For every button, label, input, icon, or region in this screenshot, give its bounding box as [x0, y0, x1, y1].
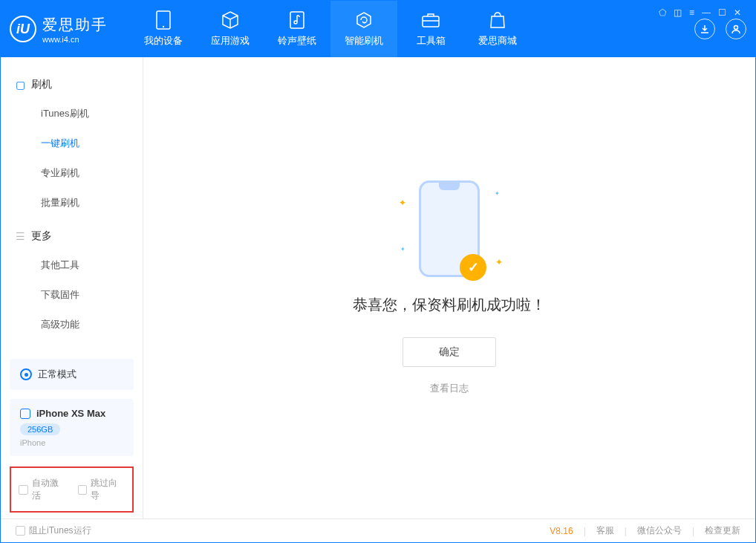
checkbox-label: 自动激活 [32, 477, 66, 502]
mode-box[interactable]: 正常模式 [10, 359, 134, 390]
lock-icon[interactable]: ◫ [674, 7, 682, 18]
cube-icon [221, 10, 240, 30]
bag-icon [488, 10, 507, 30]
checkbox-icon [78, 485, 88, 495]
toolbox-icon [421, 10, 440, 30]
sidebar-header-label: 刷机 [31, 78, 52, 91]
sidebar-header-flash[interactable]: ▢ 刷机 [1, 71, 143, 99]
sparkle-icon: ✦ [495, 190, 500, 197]
device-storage-badge: 256GB [20, 423, 60, 435]
device-name-label: iPhone XS Max [36, 408, 105, 419]
tab-label: 工具箱 [417, 34, 446, 48]
sidebar-item-download-firmware[interactable]: 下载固件 [1, 280, 143, 310]
menu-icon[interactable]: ≡ [689, 7, 694, 18]
app-title: 爱思助手 [42, 15, 108, 35]
support-link[interactable]: 客服 [596, 524, 614, 537]
svg-point-5 [734, 26, 738, 30]
tab-label: 智能刷机 [345, 34, 383, 48]
minimize-icon[interactable]: — [702, 7, 711, 18]
download-button[interactable] [694, 19, 715, 39]
refresh-icon [354, 10, 374, 30]
checkbox-label: 跳过向导 [91, 477, 125, 502]
title-right-controls [694, 19, 746, 39]
sidebar-item-advanced[interactable]: 高级功能 [1, 310, 143, 339]
close-icon[interactable]: ✕ [734, 7, 741, 18]
highlighted-checkbox-row: 自动激活 跳过向导 [10, 466, 134, 513]
svg-point-1 [163, 26, 164, 27]
app-subtitle: www.i4.cn [42, 35, 108, 44]
block-itunes-checkbox[interactable]: 阻止iTunes运行 [16, 524, 91, 537]
menu-icon: ☰ [16, 230, 25, 242]
device-type-label: iPhone [20, 438, 123, 447]
sparkle-icon: ✦ [400, 246, 405, 253]
tab-smart-flash[interactable]: 智能刷机 [330, 1, 397, 57]
tab-store[interactable]: 爱思商城 [464, 1, 531, 57]
sidebar-item-oneclick-flash[interactable]: 一键刷机 [1, 129, 143, 158]
mode-icon [20, 368, 32, 380]
success-message: 恭喜您，保资料刷机成功啦！ [353, 295, 546, 315]
skip-guide-checkbox[interactable]: 跳过向导 [78, 477, 126, 502]
checkbox-icon [19, 485, 28, 495]
sparkle-icon: ✦ [495, 257, 503, 267]
check-badge-icon: ✓ [460, 254, 486, 281]
main-content: ✓ ✦ ✦ ✦ ✦ 恭喜您，保资料刷机成功啦！ 确定 查看日志 [143, 57, 755, 518]
mode-label: 正常模式 [38, 368, 76, 381]
sidebar-item-itunes-flash[interactable]: iTunes刷机 [1, 99, 143, 129]
user-button[interactable] [726, 19, 746, 39]
success-device-illustration: ✓ ✦ ✦ ✦ ✦ [419, 181, 480, 277]
maximize-icon[interactable]: ☐ [718, 7, 726, 18]
main-tabs: 我的设备 应用游戏 铃声壁纸 智能刷机 工具箱 爱思商城 [130, 1, 694, 57]
device-icon [20, 409, 30, 419]
tab-label: 爱思商城 [478, 34, 517, 48]
tab-apps-games[interactable]: 应用游戏 [197, 1, 264, 57]
tab-toolbox[interactable]: 工具箱 [397, 1, 464, 57]
device-icon [154, 10, 173, 30]
tshirt-icon[interactable]: ⬠ [659, 7, 666, 18]
tab-ringtones[interactable]: 铃声壁纸 [264, 1, 330, 57]
sidebar-item-batch-flash[interactable]: 批量刷机 [1, 188, 143, 218]
view-log-link[interactable]: 查看日志 [430, 382, 469, 395]
device-box[interactable]: iPhone XS Max 256GB iPhone [10, 399, 134, 456]
window-controls: ⬠ ◫ ≡ — ☐ ✕ [659, 7, 741, 18]
tab-label: 我的设备 [144, 34, 183, 48]
sidebar-item-pro-flash[interactable]: 专业刷机 [1, 158, 143, 188]
sidebar-header-label: 更多 [31, 230, 52, 243]
sidebar: ▢ 刷机 iTunes刷机 一键刷机 专业刷机 批量刷机 ☰ 更多 其他工具 下… [1, 57, 143, 518]
logo-icon: iU [10, 16, 36, 42]
ok-button[interactable]: 确定 [403, 337, 496, 367]
checkbox-label: 阻止iTunes运行 [29, 524, 91, 537]
wechat-link[interactable]: 微信公众号 [637, 524, 682, 537]
sidebar-item-other-tools[interactable]: 其他工具 [1, 250, 143, 280]
check-update-link[interactable]: 检查更新 [705, 524, 740, 537]
tab-label: 铃声壁纸 [278, 34, 316, 48]
svg-point-3 [294, 21, 297, 24]
tab-my-device[interactable]: 我的设备 [130, 1, 197, 57]
svg-rect-4 [423, 16, 439, 27]
statusbar: 阻止iTunes运行 V8.16 | 客服 | 微信公众号 | 检查更新 [1, 518, 755, 542]
logo: iU 爱思助手 www.i4.cn [10, 15, 108, 44]
sparkle-icon: ✦ [399, 198, 406, 208]
sidebar-header-more[interactable]: ☰ 更多 [1, 222, 143, 250]
checkbox-icon [16, 526, 25, 536]
music-icon [287, 10, 307, 30]
phone-icon: ▢ [16, 79, 25, 91]
tab-label: 应用游戏 [211, 34, 250, 48]
version-label: V8.16 [550, 526, 573, 536]
titlebar: ⬠ ◫ ≡ — ☐ ✕ iU 爱思助手 www.i4.cn 我的设备 应用游戏 [1, 1, 755, 57]
auto-activate-checkbox[interactable]: 自动激活 [19, 477, 66, 502]
